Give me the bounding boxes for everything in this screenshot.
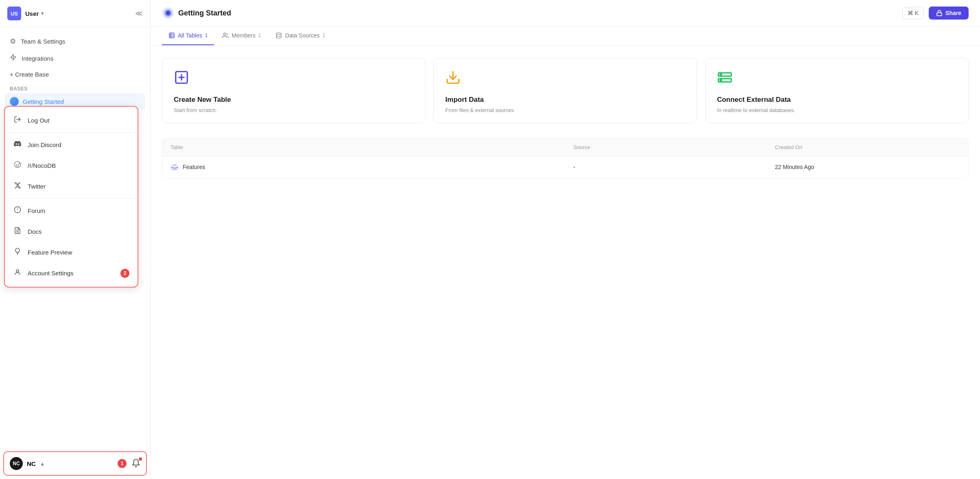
tabs-bar: All Tables 1 Members 1 Data Sources 1 (151, 26, 980, 46)
lightbulb-icon (13, 248, 22, 257)
cell-source: - (565, 156, 767, 178)
all-tables-tab-icon (168, 32, 175, 39)
docs-icon (13, 227, 22, 236)
import-data-card[interactable]: Import Data From files & external source… (433, 58, 697, 123)
create-new-table-card[interactable]: Create New Table Start from scratch. (162, 58, 425, 123)
sidebar-header: US User ▾ ≪ (0, 0, 150, 27)
tab-all-tables[interactable]: All Tables 1 (162, 26, 214, 45)
svg-point-12 (16, 270, 19, 272)
base-icon (10, 97, 19, 106)
cell-table-name: Features (162, 156, 565, 178)
create-table-title: Create New Table (174, 96, 413, 104)
connect-external-card[interactable]: Connect External Data In realtime to ext… (705, 58, 969, 123)
sidebar-bottom-bar[interactable]: NC NC ▲ 1 (3, 451, 147, 476)
logout-icon (13, 116, 22, 125)
data-sources-tab-icon (276, 32, 282, 39)
divider-2 (5, 198, 138, 199)
forum-icon (13, 206, 22, 215)
reddit-item[interactable]: /r/NocoDB (5, 155, 138, 176)
table-header: Table Source Created On (162, 138, 968, 156)
user-avatar: US (7, 7, 21, 20)
share-button[interactable]: Share (929, 7, 969, 20)
forum-item[interactable]: Forum (5, 200, 138, 221)
integrations-icon (10, 54, 17, 63)
command-k-button[interactable]: ⌘ K (902, 7, 924, 19)
svg-point-22 (276, 33, 281, 34)
discord-icon (13, 140, 22, 149)
svg-point-2 (15, 162, 21, 168)
twitter-item[interactable]: Twitter (5, 176, 138, 197)
main-header: Getting Started ⌘ K Share (151, 0, 980, 26)
create-table-icon (174, 70, 413, 88)
table-row-icon (171, 163, 179, 171)
sidebar-item-integrations[interactable]: Integrations (5, 50, 145, 67)
app-title: Getting Started (162, 7, 231, 19)
svg-point-29 (720, 74, 722, 75)
connect-external-icon (717, 70, 957, 88)
lock-icon (936, 10, 943, 16)
reddit-icon (13, 161, 22, 170)
action-cards: Create New Table Start from scratch. Imp… (162, 58, 969, 123)
svg-point-15 (166, 11, 171, 15)
feature-preview-item[interactable]: Feature Preview (5, 242, 138, 263)
svg-rect-16 (937, 13, 942, 15)
import-data-icon (445, 70, 685, 88)
main-content: Getting Started ⌘ K Share All Tables 1 M… (151, 0, 980, 479)
tab-data-sources[interactable]: Data Sources 1 (269, 26, 332, 45)
divider (5, 132, 138, 133)
svg-point-3 (16, 165, 17, 165)
sidebar-item-team-settings[interactable]: ⚙ Team & Settings (5, 33, 145, 50)
user-name: User ▾ (25, 10, 44, 17)
account-settings-icon (13, 268, 22, 278)
svg-point-5 (20, 163, 20, 164)
connect-external-desc: In realtime to external databases. (717, 107, 957, 113)
tables-list: Table Source Created On Features - 22 Mi… (162, 138, 969, 178)
svg-marker-0 (11, 54, 16, 60)
svg-point-4 (18, 165, 19, 165)
content-area: Create New Table Start from scratch. Imp… (151, 46, 980, 479)
sidebar: US User ▾ ≪ ⚙ Team & Settings Integratio… (0, 0, 151, 479)
col-source: Source (565, 138, 767, 156)
header-right: ⌘ K Share (902, 7, 969, 20)
join-discord-item[interactable]: Join Discord (5, 134, 138, 155)
cell-created-on: 22 Minutes Ago (767, 156, 968, 178)
collapse-sidebar-icon[interactable]: ≪ (135, 9, 143, 18)
app-logo-icon (162, 7, 174, 19)
gear-icon: ⚙ (10, 37, 16, 46)
logout-item[interactable]: Log Out (5, 110, 138, 131)
tab-members[interactable]: Members 1 (216, 26, 267, 45)
bell-button[interactable] (131, 459, 140, 469)
bases-section-label: Bases (5, 82, 145, 93)
import-data-title: Import Data (445, 96, 685, 104)
svg-point-21 (224, 33, 226, 35)
sidebar-nav: ⚙ Team & Settings Integrations + Create … (0, 27, 150, 113)
import-data-desc: From files & external sources (445, 107, 685, 113)
bottom-user: NC NC ▲ (10, 457, 45, 470)
user-info[interactable]: US User ▾ (7, 7, 44, 20)
col-table: Table (162, 138, 565, 156)
account-settings-item[interactable]: Account Settings 2 (5, 263, 138, 283)
count-badge: 1 (118, 459, 127, 468)
svg-point-30 (720, 80, 722, 81)
create-table-desc: Start from scratch. (174, 107, 413, 113)
nc-avatar: NC (10, 457, 23, 470)
expand-icon: ▲ (40, 461, 45, 467)
create-base-button[interactable]: + Create Base (5, 67, 145, 82)
user-dropdown-menu: Log Out Join Discord /r/NocoDB Twitter (4, 106, 138, 288)
twitter-icon (13, 182, 22, 191)
bell-notification-dot (139, 457, 142, 461)
col-created-on: Created On (767, 138, 968, 156)
chevron-down-icon: ▾ (41, 11, 44, 16)
members-tab-icon (222, 32, 229, 39)
account-settings-badge: 2 (120, 269, 129, 278)
connect-external-title: Connect External Data (717, 96, 957, 104)
docs-item[interactable]: Docs (5, 221, 138, 242)
svg-rect-17 (169, 33, 174, 38)
table-row[interactable]: Features - 22 Minutes Ago (162, 156, 968, 178)
